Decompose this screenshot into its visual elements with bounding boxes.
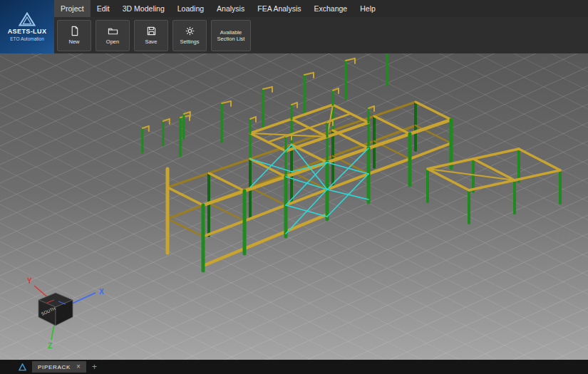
menu-item-loading[interactable]: Loading (171, 0, 210, 17)
brand-subtitle: ETO Automation (10, 36, 44, 41)
toolbar-button-label: Settings (178, 38, 200, 45)
tab-bar: PIPERACK × + (0, 360, 588, 374)
open-button[interactable]: Open (96, 20, 130, 51)
menu-item-fea-analysis[interactable]: FEA Analysis (251, 0, 307, 17)
menu-item-analysis[interactable]: Analysis (210, 0, 251, 17)
orientation-gizmo[interactable]: SOUTH X Y Z (19, 271, 113, 351)
viewport-3d[interactable]: SOUTH X Y Z (0, 53, 588, 360)
gear-icon (185, 26, 195, 36)
new-tab-button[interactable]: + (92, 363, 97, 371)
axis-z-label: Z (48, 342, 52, 350)
menu-bar: ProjectEdit3D ModelingLoadingAnalysisFEA… (54, 0, 588, 17)
new-button[interactable]: New (57, 20, 91, 51)
toolbar-button-label: Save (143, 38, 158, 45)
structure-model[interactable] (143, 53, 560, 271)
tab-piperack[interactable]: PIPERACK × (32, 361, 86, 373)
brand-name: ASETS-LUX (8, 28, 47, 35)
available-section-list-button[interactable]: Available Section List (211, 20, 251, 51)
brand-triangle-icon (19, 12, 36, 26)
toolbar-button-label: Open (105, 38, 120, 45)
tab-close-icon[interactable]: × (76, 363, 81, 370)
toolbar-button-label: New (67, 38, 81, 45)
new-document-icon (69, 26, 80, 36)
save-button[interactable]: Save (134, 20, 168, 51)
menu-item-edit[interactable]: Edit (91, 0, 116, 17)
toolbar: NewOpenSaveSettingsAvailable Section Lis… (54, 17, 588, 53)
axis-y-label: Y (27, 277, 32, 285)
axis-x-label: X (99, 288, 104, 296)
app-logo: ASETS-LUX ETO Automation (0, 0, 54, 53)
open-folder-icon (108, 26, 118, 36)
toolbar-button-label: Available Section List (212, 29, 250, 42)
save-disk-icon (146, 26, 157, 36)
menu-item-3d-modeling[interactable]: 3D Modeling (116, 0, 171, 17)
settings-button[interactable]: Settings (172, 20, 207, 51)
tab-label: PIPERACK (38, 364, 71, 370)
app-header: ASETS-LUX ETO Automation ProjectEdit3D M… (0, 0, 588, 53)
model-tab-icon (19, 363, 26, 371)
menu-item-help[interactable]: Help (354, 0, 382, 17)
menu-item-project[interactable]: Project (54, 0, 91, 17)
menu-item-exchange[interactable]: Exchange (308, 0, 354, 17)
